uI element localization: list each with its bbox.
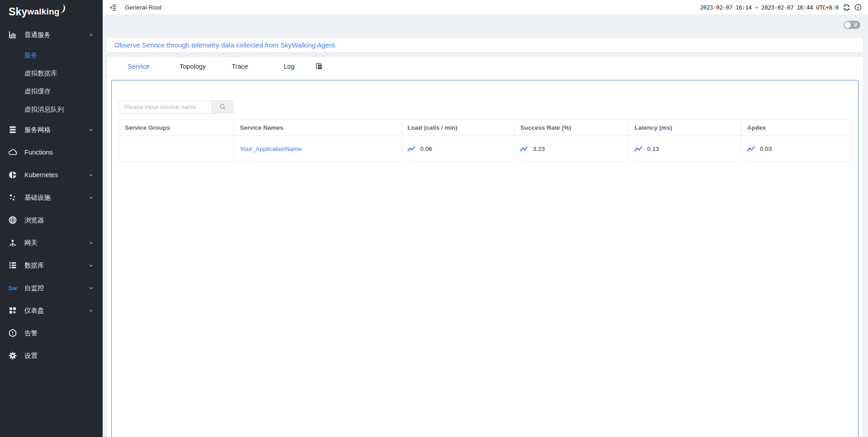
kubernetes-icon: [8, 170, 18, 179]
sidebar-item-settings[interactable]: 设置: [0, 344, 103, 367]
sparkline-icon: [520, 146, 528, 152]
globe-icon: [8, 216, 18, 225]
cell-apdex: 0.03: [760, 146, 772, 152]
col-load: Load (calls / min): [401, 120, 514, 136]
tab-log[interactable]: Log: [284, 63, 315, 70]
sidebar-item-functions[interactable]: Functions: [0, 141, 103, 164]
sidebar-item-infrastructure[interactable]: 基础设施: [0, 186, 103, 209]
service-name-link[interactable]: Your_ApplicationName: [240, 146, 302, 152]
cell-latency: 0.13: [647, 146, 659, 152]
sidebar-item-browser[interactable]: 浏览器: [0, 209, 103, 231]
sidebar-item-service-mesh[interactable]: 服务网格: [0, 118, 103, 141]
info-icon[interactable]: [854, 4, 862, 11]
layers-icon: [8, 125, 18, 134]
service-panel: Service Groups Service Names Load (calls…: [111, 80, 859, 437]
sidebar-item-alerting[interactable]: 告警: [0, 322, 103, 344]
col-apdex: Apdex: [741, 120, 851, 136]
col-service-names: Service Names: [234, 120, 402, 136]
timezone: UTC+8:0: [816, 4, 839, 11]
sparkline-icon: [747, 146, 755, 152]
sidebar-item-dashboards[interactable]: 仪表盘: [0, 299, 103, 322]
sparkline-icon: [408, 146, 415, 152]
tab-topology[interactable]: Topology: [180, 63, 232, 70]
main-area: General-Root 2023-02-07 16:14 ~ 2023-02-…: [103, 0, 868, 437]
tab-service[interactable]: Service: [128, 63, 180, 70]
sidebar-item-database[interactable]: 数据库: [0, 254, 103, 277]
service-table: Service Groups Service Names Load (calls…: [119, 119, 851, 162]
skywalking-logo: Skywalking: [0, 0, 103, 23]
sidebar-item-gateway[interactable]: 网关: [0, 231, 103, 254]
cell-load: 0.06: [420, 146, 432, 152]
chevron-down-icon: [89, 195, 94, 200]
chevron-down-icon: [89, 240, 94, 245]
sidebar-item-general-service[interactable]: 普通服务: [0, 23, 103, 46]
chevron-down-icon: [89, 286, 94, 291]
chevron-down-icon: [89, 263, 94, 268]
copy-icon[interactable]: [315, 62, 323, 70]
refresh-icon[interactable]: [843, 4, 850, 11]
search-icon: [219, 103, 226, 110]
database-icon: [8, 261, 18, 270]
col-success-rate: Success Rate (%): [514, 120, 629, 136]
dashboard-icon: [8, 306, 18, 315]
bar-chart-icon: [8, 30, 18, 39]
col-latency: Latency (ms): [628, 120, 741, 136]
notice-text: Observe Service through telemetry data c…: [114, 41, 337, 49]
alert-icon: [8, 329, 18, 338]
chevron-down-icon: [89, 308, 94, 313]
crescent-icon: [60, 8, 67, 16]
gear-icon: [8, 351, 18, 360]
tab-trace[interactable]: Trace: [232, 63, 284, 70]
toggle-label: V: [854, 22, 857, 28]
dots-icon: [8, 193, 18, 202]
version-toggle[interactable]: V: [844, 21, 860, 29]
search-row: [119, 100, 851, 113]
chevron-down-icon: [89, 127, 94, 132]
sidebar-item-label: 普通服务: [24, 31, 51, 39]
search-input[interactable]: [119, 100, 212, 113]
service-card: Service Topology Trace Log: [107, 57, 863, 437]
cell-group: [119, 136, 234, 162]
notice-banner: Observe Service through telemetry data c…: [107, 38, 863, 52]
sidebar-item-kubernetes[interactable]: Kubernetes: [0, 164, 103, 186]
chevron-up-icon: [89, 33, 94, 38]
sidebar-item-virtual-cache[interactable]: 虚拟缓存: [0, 82, 103, 100]
col-service-groups: Service Groups: [119, 120, 234, 136]
search-button[interactable]: [212, 100, 233, 113]
sidebar: Skywalking 普通服务 服务 虚拟数据库 虚拟缓存 虚拟消息队列 服务网…: [0, 0, 103, 437]
sidebar-item-self-observability[interactable]: Sw 自监控: [0, 277, 103, 299]
sw-icon: Sw: [8, 283, 18, 292]
sidebar-item-service[interactable]: 服务: [0, 46, 103, 64]
toggle-knob: [844, 22, 851, 28]
table-header-row: Service Groups Service Names Load (calls…: [119, 120, 851, 136]
logo-text: Sky: [9, 6, 28, 18]
cell-success-rate: 3.23: [533, 146, 545, 152]
time-range[interactable]: 2023-02-07 16:14 ~ 2023-02-07 16:44: [700, 4, 813, 11]
collapse-sidebar-icon[interactable]: [109, 4, 117, 11]
sub-header-bar: V: [103, 15, 868, 34]
top-bar: General-Root 2023-02-07 16:14 ~ 2023-02-…: [103, 0, 868, 15]
sidebar-item-virtual-mq[interactable]: 虚拟消息队列: [0, 100, 103, 118]
sparkline-icon: [635, 146, 642, 152]
sidebar-item-virtual-database[interactable]: 虚拟数据库: [0, 64, 103, 82]
cloud-icon: [8, 148, 18, 157]
tabs-row: Service Topology Trace Log: [107, 57, 863, 76]
content-area: Observe Service through telemetry data c…: [103, 34, 868, 437]
gateway-icon: [8, 238, 18, 247]
table-row: Your_ApplicationName 0.06 3.23 0.13 0.03: [119, 136, 851, 162]
page-title: General-Root: [125, 4, 161, 11]
chevron-down-icon: [89, 173, 94, 178]
